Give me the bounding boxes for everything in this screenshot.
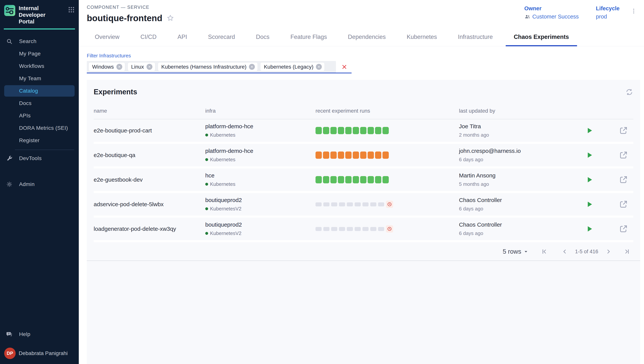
kebab-menu-icon[interactable] [630, 7, 637, 15]
run-experiment-icon[interactable] [585, 176, 593, 184]
tab-api[interactable]: API [170, 28, 195, 46]
remove-chip-icon[interactable] [249, 64, 255, 70]
run-indicator [378, 227, 384, 231]
app-grid-icon[interactable] [68, 6, 75, 13]
filter-infrastructures-link[interactable]: Filter Infrastructures [87, 53, 644, 59]
sidebar: Internal Developer Portal SearchMy PageW… [0, 0, 79, 364]
infra-name: hce [205, 172, 315, 179]
sidebar-item-devtools[interactable]: DevTools [4, 153, 75, 164]
infra-cell: platform-demo-hceKubernetes [205, 123, 315, 138]
last-page-button[interactable] [623, 248, 631, 255]
filter-chip-label: Kubernetes (Harness Infrastructure) [161, 64, 247, 70]
sidebar-item-dora-metrics-sei-[interactable]: DORA Metrics (SEI) [4, 122, 75, 134]
open-in-new-icon[interactable] [619, 126, 628, 135]
run-indicator [331, 227, 337, 231]
page-range: 1-5 of 416 [575, 249, 598, 254]
recent-runs [315, 127, 459, 134]
experiment-name: e2e-boutique-qa [94, 152, 205, 158]
rows-per-page-value: 5 rows [503, 248, 521, 255]
sidebar-item-admin[interactable]: Admin [4, 178, 75, 190]
filter-chip[interactable]: Kubernetes (Legacy) [260, 62, 325, 71]
filter-chip[interactable]: Kubernetes (Harness Infrastructure) [158, 62, 258, 71]
infra-type-label: KubernetesV2 [210, 230, 241, 236]
updated-by: john.crespo@harness.io [459, 148, 580, 154]
table-row: e2e-boutique-qaplatform-demo-hceKubernet… [94, 144, 633, 168]
tab-infrastructure[interactable]: Infrastructure [450, 28, 501, 46]
remove-chip-icon[interactable] [316, 64, 322, 70]
tab-docs[interactable]: Docs [248, 28, 277, 46]
sidebar-item-label: My Page [19, 51, 41, 57]
lifecycle-block: Lifecycle prod [596, 5, 619, 20]
run-indicator [360, 127, 367, 134]
remove-chip-icon[interactable] [147, 64, 152, 70]
run-experiment-icon[interactable] [585, 126, 593, 134]
open-in-new-icon[interactable] [619, 200, 628, 209]
first-page-button[interactable] [541, 248, 548, 255]
people-icon [524, 14, 530, 20]
tab-chaos-experiments[interactable]: Chaos Experiments [506, 28, 577, 46]
run-experiment-icon[interactable] [585, 200, 593, 208]
filter-chip[interactable]: Linux [128, 62, 155, 71]
filter-chip-label: Windows [92, 64, 114, 70]
run-indicator [355, 202, 361, 206]
tab-overview[interactable]: Overview [87, 28, 127, 46]
favorite-star-icon[interactable] [167, 14, 174, 22]
pending-run-badge [386, 201, 393, 208]
tab-scorecard[interactable]: Scorecard [200, 28, 243, 46]
tab-feature-flags[interactable]: Feature Flags [282, 28, 335, 46]
infra-cell: boutiqueprod2KubernetesV2 [205, 197, 315, 212]
refresh-icon[interactable] [625, 88, 633, 96]
remove-chip-icon[interactable] [116, 64, 122, 70]
clear-filters-icon[interactable] [341, 64, 348, 70]
run-experiment-icon[interactable] [585, 225, 593, 233]
sidebar-item-docs[interactable]: Docs [4, 98, 75, 109]
infra-type-row: Kubernetes [205, 181, 315, 187]
infra-type-label: Kubernetes [210, 157, 235, 162]
open-in-new-icon[interactable] [619, 151, 628, 160]
run-indicator [355, 227, 361, 231]
run-indicator [338, 176, 344, 183]
sidebar-item-register[interactable]: Register [4, 135, 75, 146]
clock-icon [387, 202, 392, 207]
sidebar-bottom: ? Help DP Debabrata Panigrahi [0, 328, 79, 364]
sidebar-item-search[interactable]: Search [4, 36, 75, 47]
open-in-new-icon[interactable] [619, 175, 628, 184]
recent-runs [315, 225, 459, 232]
sidebar-item-label: APIs [19, 113, 31, 119]
table-row: loadgenerator-pod-delete-xw3qyboutiquepr… [94, 218, 633, 242]
infra-status-dot [205, 158, 208, 161]
prev-page-button[interactable] [561, 248, 568, 255]
infra-cell: boutiqueprod2KubernetesV2 [205, 222, 315, 236]
run-indicator [370, 202, 376, 206]
run-experiment-icon[interactable] [585, 151, 593, 159]
tab-ci-cd[interactable]: CI/CD [132, 28, 164, 46]
sidebar-item-catalog[interactable]: Catalog [4, 85, 75, 96]
rows-per-page-select[interactable]: 5 rows [503, 248, 529, 255]
run-indicator [315, 152, 322, 159]
tab-kubernetes[interactable]: Kubernetes [399, 28, 445, 46]
sidebar-item-workflows[interactable]: Workflows [4, 60, 75, 72]
tab-bar: OverviewCI/CDAPIScorecardDocsFeature Fla… [79, 28, 644, 46]
run-indicator [331, 202, 337, 206]
infra-type-label: KubernetesV2 [210, 206, 241, 212]
infra-type-row: Kubernetes [205, 132, 315, 138]
columns-row: nameinfrarecent experiment runslast upda… [94, 108, 633, 119]
experiment-name: e2e-boutique-prod-cart [94, 127, 205, 134]
tab-dependencies[interactable]: Dependencies [340, 28, 394, 46]
sidebar-item-help[interactable]: ? Help [4, 328, 75, 340]
sidebar-item-my-team[interactable]: My Team [4, 73, 75, 84]
user-menu[interactable]: DP Debabrata Panigrahi [4, 348, 75, 359]
open-in-new-icon[interactable] [619, 224, 628, 233]
sidebar-item-label: Admin [19, 181, 35, 187]
owner-value[interactable]: Customer Success [524, 14, 579, 20]
filter-chip[interactable]: Windows [89, 62, 125, 71]
column-header-runs: recent experiment runs [315, 108, 459, 114]
run-indicator [368, 152, 374, 159]
sidebar-item-my-page[interactable]: My Page [4, 48, 75, 60]
sidebar-item-apis[interactable]: APIs [4, 110, 75, 122]
infra-type-label: Kubernetes [210, 181, 235, 187]
filter-input[interactable]: WindowsLinuxKubernetes (Harness Infrastr… [87, 61, 352, 73]
experiment-name-cell: adservice-pod-delete-5lwbx [94, 201, 205, 208]
run-indicator [315, 176, 322, 183]
next-page-button[interactable] [605, 248, 612, 255]
